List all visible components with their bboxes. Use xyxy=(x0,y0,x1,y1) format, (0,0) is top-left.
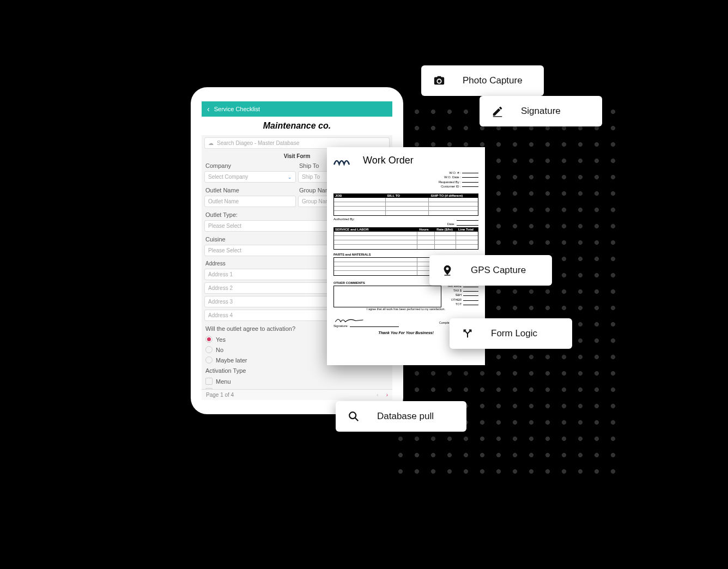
back-icon[interactable]: ‹ xyxy=(207,105,210,113)
address4-input[interactable]: Address 4 xyxy=(204,310,344,321)
signature-scribble xyxy=(333,316,366,324)
job-header-row: JOB BILL TO SHIP TO (if different) xyxy=(333,193,478,198)
location-icon xyxy=(441,264,453,276)
pager-next-button[interactable]: › xyxy=(386,392,388,398)
work-order-title: Work Order xyxy=(363,155,414,166)
page-indicator: Page 1 of 4 xyxy=(206,392,234,398)
feature-form-logic: Form Logic xyxy=(450,318,572,349)
search-placeholder: Search Diageo - Master Database xyxy=(217,140,299,146)
svg-line-3 xyxy=(355,418,359,421)
cloud-icon: ☁ xyxy=(208,140,214,146)
feature-photo-capture: Photo Capture xyxy=(421,65,544,96)
form-header: ‹ Service Checklist xyxy=(202,101,392,117)
pager-prev-button[interactable]: ‹ xyxy=(377,392,378,398)
feature-label: GPS Capture xyxy=(471,265,526,276)
checkbox-menu[interactable]: Menu xyxy=(204,376,390,386)
work-order-meta: W.O. # : W.O. Date : Requested By : Cust… xyxy=(333,171,478,189)
address2-input[interactable]: Address 2 xyxy=(204,282,344,294)
svg-rect-1 xyxy=(445,275,451,275)
feature-label: Form Logic xyxy=(491,328,537,339)
branch-icon xyxy=(462,328,474,340)
feature-database-pull: Database pull xyxy=(336,401,466,432)
feature-gps-capture: GPS Capture xyxy=(429,255,552,286)
feature-signature: Signature xyxy=(480,96,602,126)
service-header-row: SERVICE and LABOR Hours Rate ($/hr) Line… xyxy=(333,227,478,232)
camera-icon xyxy=(433,75,445,87)
header-title: Service Checklist xyxy=(214,106,260,112)
feature-label: Photo Capture xyxy=(463,75,523,86)
feature-label: Database pull xyxy=(377,411,434,422)
comments-label: OTHER COMMENTS xyxy=(333,281,441,284)
company-select[interactable]: Select Company ⌄ xyxy=(204,171,296,183)
search-icon xyxy=(348,410,360,422)
outlet-name-label: Outlet Name xyxy=(204,185,296,196)
chevron-down-icon: ⌄ xyxy=(288,174,292,180)
address1-input[interactable]: Address 1 xyxy=(204,269,344,280)
company-label: Company xyxy=(204,160,296,171)
feature-label: Signature xyxy=(521,106,561,117)
svg-point-2 xyxy=(349,412,356,419)
company-logo xyxy=(333,155,350,166)
outlet-name-input[interactable]: Outlet Name xyxy=(204,196,296,207)
svg-rect-0 xyxy=(493,116,502,117)
form-pager: Page 1 of 4 ‹ › xyxy=(202,389,392,400)
activation-type-label: Activation Type xyxy=(204,365,390,376)
agreement-text: I agree that all work has been performed… xyxy=(333,307,478,311)
form-brand-title: Maintenance co. xyxy=(202,117,392,135)
address3-input[interactable]: Address 3 xyxy=(204,296,344,307)
signature-icon xyxy=(492,105,503,117)
